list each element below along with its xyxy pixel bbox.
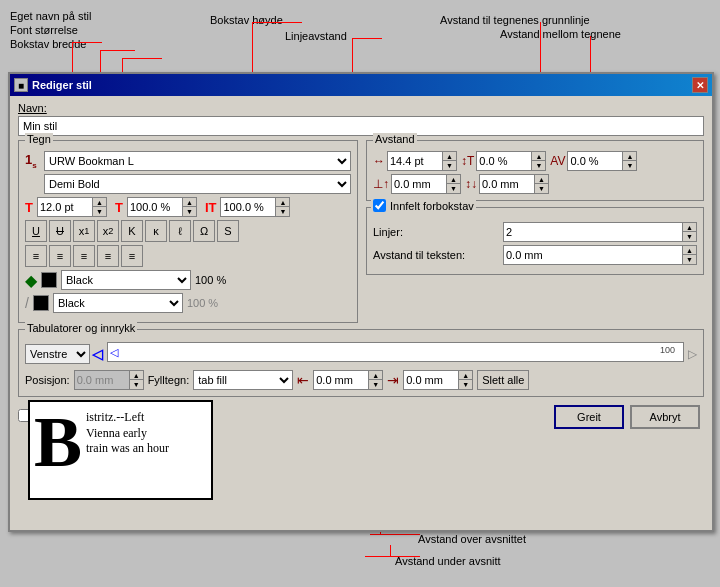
ann-avstand-over: Avstand over avsnittet <box>418 533 526 545</box>
indent-right-down[interactable]: ▼ <box>459 380 472 389</box>
ann-avstand-mellom: Avstand mellom tegnene <box>500 28 621 40</box>
navn-input[interactable] <box>18 116 704 136</box>
font-family-icon: 1s <box>25 152 41 170</box>
height-input[interactable] <box>220 197 275 217</box>
subscript-btn[interactable]: x1 <box>73 220 95 242</box>
ann-font-storrelse: Font størrelse <box>10 24 78 36</box>
color2-select[interactable]: Black <box>53 293 183 313</box>
indent-left-icon: ⇤ <box>297 372 309 388</box>
linjer-up[interactable]: ▲ <box>683 223 696 232</box>
font-size-input[interactable] <box>37 197 92 217</box>
width-input[interactable] <box>127 197 182 217</box>
innfelt-checkbox[interactable] <box>373 199 386 212</box>
kerning-input[interactable] <box>387 151 442 171</box>
align-left-btn[interactable]: ≡ <box>25 245 47 267</box>
innfelt-group: Innfelt forbokstav Linjer: ▲ ▼ <box>366 207 704 275</box>
linjer-label: Linjer: <box>373 226 503 238</box>
indent-right-up[interactable]: ▲ <box>459 371 472 380</box>
width-spingroup[interactable]: ▲ ▼ <box>127 197 197 217</box>
tegn-label: Tegn <box>25 133 53 145</box>
linjer-down[interactable]: ▼ <box>683 232 696 241</box>
height-down[interactable]: ▼ <box>276 207 289 216</box>
avbryt-button[interactable]: Avbryt <box>630 405 700 429</box>
height-icon: IT <box>205 200 217 215</box>
baseline-down[interactable]: ▼ <box>447 184 460 193</box>
color2-swatch <box>33 295 49 311</box>
font-size-up[interactable]: ▲ <box>93 198 106 207</box>
caps-btn[interactable]: K <box>121 220 143 242</box>
ligature-btn[interactable]: ℓ <box>169 220 191 242</box>
tracking-down[interactable]: ▼ <box>532 161 545 170</box>
align-force-btn[interactable]: ≡ <box>121 245 143 267</box>
strikethrough-btn[interactable]: U <box>49 220 71 242</box>
ruler-zero-marker: ◁ <box>108 346 118 359</box>
avstand-tekst-up[interactable]: ▲ <box>683 246 696 255</box>
av-up[interactable]: ▲ <box>623 152 636 161</box>
align-type-select[interactable]: Venstre <box>25 344 90 364</box>
tracking-up[interactable]: ▲ <box>532 152 545 161</box>
font-size-down[interactable]: ▼ <box>93 207 106 216</box>
av-down[interactable]: ▼ <box>623 161 636 170</box>
tabs-label: Tabulatorer og innrykk <box>25 322 137 334</box>
ann-bokstav-bredde: Bokstav bredde <box>10 38 86 50</box>
avstand-tekst-down[interactable]: ▼ <box>683 255 696 264</box>
linespace-icon: ↕↓ <box>465 177 477 191</box>
ann-avstand-grunnlinje: Avstand til tegnenes grunnlinje <box>440 14 590 26</box>
close-button[interactable]: ✕ <box>692 77 708 93</box>
superscript-btn[interactable]: x2 <box>97 220 119 242</box>
tracking-input[interactable] <box>476 151 531 171</box>
manual-kern-btn[interactable]: S <box>217 220 239 242</box>
smallcaps-btn[interactable]: ĸ <box>145 220 167 242</box>
posisjon-up[interactable]: ▲ <box>130 371 143 380</box>
baseline-input[interactable] <box>391 174 446 194</box>
av-icon: AV <box>550 154 565 168</box>
preview-letter: B <box>34 406 82 478</box>
greit-button[interactable]: Greit <box>554 405 624 429</box>
avstand-label: Avstand <box>373 133 417 145</box>
linjer-input[interactable] <box>503 222 682 242</box>
color2-pct: 100 % <box>187 297 218 309</box>
linespace-down[interactable]: ▼ <box>535 184 548 193</box>
avstand-tekst-label: Avstand til teksten: <box>373 249 503 261</box>
tab-ruler[interactable]: ◁ 100 <box>107 342 684 362</box>
slettalle-button[interactable]: Slett alle <box>477 370 529 390</box>
indent-left-up[interactable]: ▲ <box>369 371 382 380</box>
align-justify-btn[interactable]: ≡ <box>97 245 119 267</box>
fyll-select[interactable]: tab fill <box>193 370 293 390</box>
posisjon-down[interactable]: ▼ <box>130 380 143 389</box>
align-center-btn[interactable]: ≡ <box>49 245 71 267</box>
ann-bokstav-hoyde: Bokstav høyde <box>210 14 283 26</box>
font-family-select[interactable]: URW Bookman L <box>44 151 351 171</box>
align-right-btn[interactable]: ≡ <box>73 245 95 267</box>
indent-left-input[interactable] <box>313 370 368 390</box>
kerning-up[interactable]: ▲ <box>443 152 456 161</box>
ruler-end-marker: ▷ <box>688 347 697 361</box>
indent-right-input[interactable] <box>403 370 458 390</box>
indent-left-down[interactable]: ▼ <box>369 380 382 389</box>
kerning-icon: ↔ <box>373 154 385 168</box>
font-style-select[interactable]: Demi Bold <box>44 174 351 194</box>
posisjon-label: Posisjon: <box>25 374 70 386</box>
dialog-rediger-stil: ■ Rediger stil ✕ Navn: Tegn 1s URW <box>8 72 714 532</box>
height-up[interactable]: ▲ <box>276 198 289 207</box>
linespace-input[interactable] <box>479 174 534 194</box>
fyll-label: Fylltegn: <box>148 374 190 386</box>
posisjon-input[interactable] <box>74 370 129 390</box>
tab-marker: ◁ <box>92 346 103 362</box>
stroke-color-icon: / <box>25 295 29 311</box>
width-up[interactable]: ▲ <box>183 198 196 207</box>
navn-group: Navn: <box>18 102 704 136</box>
kerning-down[interactable]: ▼ <box>443 161 456 170</box>
linespace-up[interactable]: ▲ <box>535 175 548 184</box>
baseline-up[interactable]: ▲ <box>447 175 460 184</box>
oldstyle-btn[interactable]: Ω <box>193 220 215 242</box>
avstand-tekst-input[interactable] <box>503 245 682 265</box>
font-size-spingroup[interactable]: ▲ ▼ <box>37 197 107 217</box>
color1-select[interactable]: Black <box>61 270 191 290</box>
height-spingroup[interactable]: ▲ ▼ <box>220 197 290 217</box>
underline-btn[interactable]: U <box>25 220 47 242</box>
width-down[interactable]: ▼ <box>183 207 196 216</box>
innfelt-titlerow: Innfelt forbokstav <box>371 199 476 212</box>
av-input[interactable] <box>567 151 622 171</box>
bottom-buttons: Greit Avbryt <box>554 405 704 429</box>
